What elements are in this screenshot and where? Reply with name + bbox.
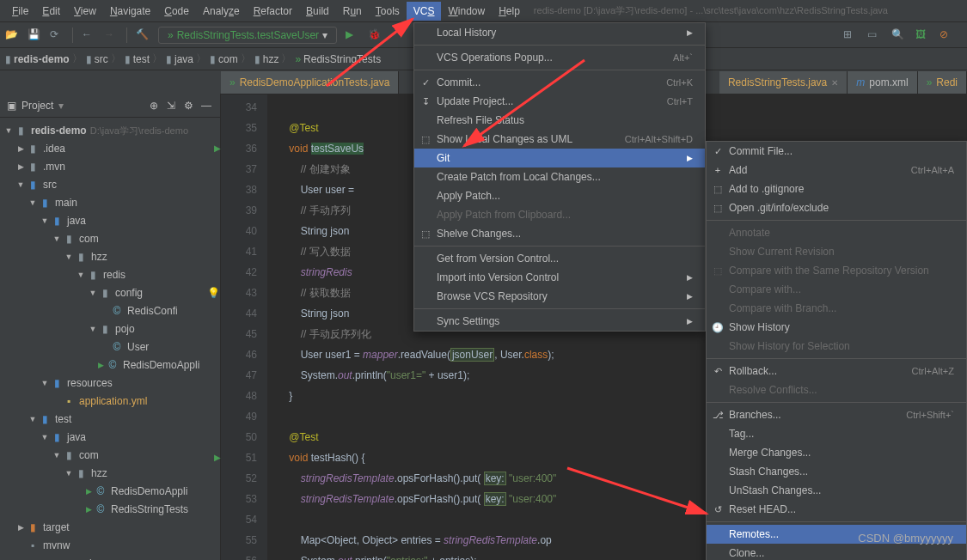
crumb-hzz[interactable]: ▮ hzz 〉: [254, 52, 292, 66]
menu-refactor[interactable]: Refactor: [247, 2, 299, 21]
menu-code[interactable]: Code: [157, 2, 196, 21]
menu-item[interactable]: Import into Version Control▶: [414, 268, 705, 287]
save-icon[interactable]: 💾: [28, 28, 41, 42]
build-icon[interactable]: 🔨: [136, 28, 150, 42]
menu-item[interactable]: ⬚Open .git/info/exclude: [707, 198, 966, 217]
menu-item[interactable]: ⬚Show Local Changes as UMLCtrl+Alt+Shift…: [414, 130, 705, 149]
tree-item[interactable]: ©User: [0, 338, 220, 356]
tree-item[interactable]: ▼▮test: [0, 410, 220, 428]
crumb-test[interactable]: ▮ test 〉: [125, 52, 162, 66]
tree-item[interactable]: ▪mvnw.cmd: [0, 554, 220, 560]
open-icon[interactable]: 📂: [5, 28, 19, 42]
tree-item[interactable]: ▼▮main: [0, 193, 220, 211]
menu-item[interactable]: Show Current Revision: [707, 242, 966, 261]
expand-icon[interactable]: ⇲: [167, 100, 179, 112]
close-icon[interactable]: ✕: [831, 78, 838, 88]
menu-item[interactable]: Merge Changes...: [707, 443, 966, 462]
menu-item[interactable]: Show History for Selection: [707, 337, 966, 356]
menu-item[interactable]: Refresh File Status: [414, 111, 705, 130]
no-icon[interactable]: ⊘: [939, 28, 953, 42]
menu-item[interactable]: 🕘Show History: [707, 318, 966, 337]
menu-item[interactable]: Compare with...: [707, 280, 966, 299]
tree-item[interactable]: ▼▮java: [0, 211, 220, 229]
hide-icon[interactable]: —: [201, 100, 213, 112]
tree-item[interactable]: ▼▮com: [0, 229, 220, 247]
menu-item[interactable]: Annotate: [707, 223, 966, 242]
menu-navigate[interactable]: Navigate: [103, 2, 157, 21]
menu-item[interactable]: Clone...: [707, 544, 966, 560]
tree-item[interactable]: ▼▮java: [0, 428, 220, 446]
tree-item[interactable]: ▼▮config: [0, 283, 220, 301]
menu-item[interactable]: VCS Operations Popup...Alt+`: [414, 48, 705, 67]
tab-redi[interactable]: »Redi: [918, 71, 967, 94]
back-icon[interactable]: ←: [82, 28, 95, 42]
menu-item[interactable]: Resolve Conflicts...: [707, 380, 966, 399]
tree-item[interactable]: ▼▮pojo: [0, 320, 220, 338]
tree-item[interactable]: ▪application.yml: [0, 392, 220, 410]
run-icon[interactable]: ▶: [346, 28, 359, 42]
menu-item[interactable]: Tag...: [707, 424, 966, 443]
menu-item[interactable]: Apply Patch...: [414, 186, 705, 205]
menu-view[interactable]: View: [67, 2, 103, 21]
tree-item[interactable]: ▼▮src: [0, 175, 220, 193]
menu-item[interactable]: Get from Version Control...: [414, 249, 705, 268]
menu-build[interactable]: Build: [299, 2, 336, 21]
tree-item[interactable]: ▼▮hzz: [0, 464, 220, 482]
menu-item[interactable]: ✓Commit...Ctrl+K: [414, 73, 705, 92]
tree-item[interactable]: ▶©RedisStringTests: [0, 500, 220, 518]
crumb-java[interactable]: ▮ java 〉: [166, 52, 206, 66]
tree-item[interactable]: ▪mvnw: [0, 536, 220, 554]
menu-item[interactable]: Create Patch from Local Changes...: [414, 167, 705, 186]
menu-vcs[interactable]: VCS: [407, 2, 442, 21]
menu-item[interactable]: Apply Patch from Clipboard...: [414, 205, 705, 224]
menu-item[interactable]: Sync Settings▶: [414, 312, 705, 331]
debug-icon[interactable]: 🐞: [368, 28, 382, 42]
tab-redisstringtests[interactable]: RedisStringTests.java✕: [719, 71, 848, 94]
menu-item[interactable]: ✓Commit File...: [707, 142, 966, 161]
tree-item[interactable]: ▶▮.idea: [0, 139, 220, 157]
layout-icon[interactable]: ▭: [867, 28, 881, 42]
menu-item[interactable]: Local History▶: [414, 23, 705, 42]
gear-icon[interactable]: ⚙: [184, 100, 196, 112]
menu-item[interactable]: ⬚Add to .gitignore: [707, 180, 966, 198]
menu-analyze[interactable]: Analyze: [196, 2, 247, 21]
menu-item[interactable]: Browse VCS Repository▶: [414, 287, 705, 306]
crumb-file[interactable]: » RedisStringTests: [295, 53, 381, 65]
menu-item[interactable]: Compare with Branch...: [707, 299, 966, 318]
crumb-src[interactable]: ▮ src 〉: [86, 52, 121, 66]
menu-help[interactable]: Help: [492, 2, 527, 21]
git-submenu[interactable]: ✓Commit File...+AddCtrl+Alt+A⬚Add to .gi…: [706, 141, 967, 560]
tab-redisdemoapp[interactable]: »RedisDemoApplicationTests.java: [221, 71, 399, 94]
search-icon[interactable]: 🔍: [891, 28, 905, 42]
tree-item[interactable]: ▶▮target: [0, 518, 220, 536]
menu-tools[interactable]: Tools: [369, 2, 407, 21]
menu-item[interactable]: UnStash Changes...: [707, 481, 966, 500]
menu-item[interactable]: Git▶: [414, 149, 705, 167]
menu-run[interactable]: Run: [336, 2, 369, 21]
menu-item[interactable]: ↧Update Project...Ctrl+T: [414, 92, 705, 111]
menu-item[interactable]: ⬚Compare with the Same Repository Versio…: [707, 261, 966, 280]
tree-item[interactable]: ▶▮.mvn: [0, 157, 220, 175]
menu-item[interactable]: Stash Changes...: [707, 462, 966, 481]
crumb-root[interactable]: ▮ redis-demo 〉: [5, 52, 83, 66]
run-config-combo[interactable]: » RedisStringTests.testSaveUser ▾: [158, 27, 337, 44]
forward-icon[interactable]: →: [104, 28, 118, 42]
menu-item[interactable]: ↺Reset HEAD...: [707, 500, 966, 519]
crumb-com[interactable]: ▮ com 〉: [210, 52, 251, 66]
target-icon[interactable]: ⊕: [150, 100, 162, 112]
menu-item[interactable]: +AddCtrl+Alt+A: [707, 161, 966, 180]
tree-item[interactable]: ▼▮resources: [0, 374, 220, 392]
windows-icon[interactable]: ⊞: [843, 28, 857, 42]
tree-item[interactable]: ▼▮redis: [0, 265, 220, 283]
tree-item[interactable]: ▼▮com: [0, 446, 220, 464]
tree-item[interactable]: ▼▮hzz: [0, 247, 220, 265]
menu-window[interactable]: Window: [441, 2, 492, 21]
refresh-icon[interactable]: ⟳: [50, 28, 64, 42]
vcs-dropdown[interactable]: Local History▶VCS Operations Popup...Alt…: [413, 22, 706, 332]
menu-item[interactable]: ⎇Branches...Ctrl+Shift+`: [707, 405, 966, 424]
menu-item[interactable]: ⬚Shelve Changes...: [414, 224, 705, 243]
menu-edit[interactable]: Edit: [35, 2, 67, 21]
tab-pom[interactable]: mpom.xml: [848, 71, 917, 94]
image-icon[interactable]: 🖼: [915, 28, 929, 42]
menu-item[interactable]: ↶Rollback...Ctrl+Alt+Z: [707, 362, 966, 380]
